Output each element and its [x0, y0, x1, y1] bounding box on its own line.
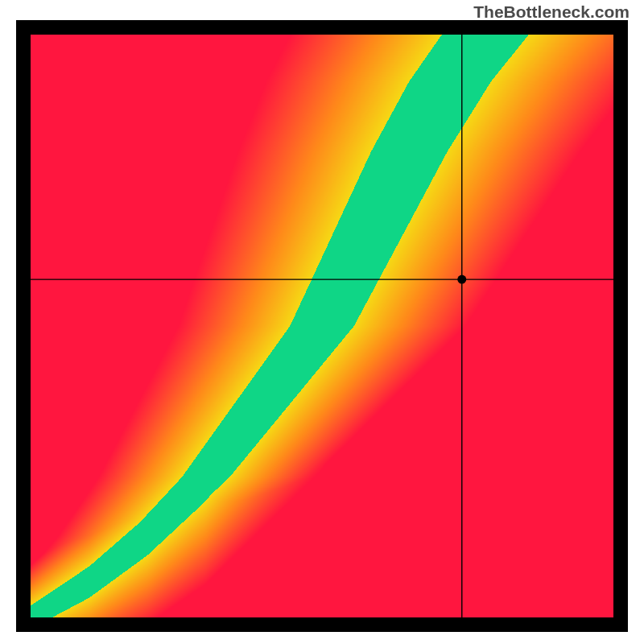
watermark-text: TheBottleneck.com	[473, 2, 630, 22]
heatmap-canvas	[16, 20, 628, 632]
plot-area	[16, 20, 628, 632]
chart-container: TheBottleneck.com	[0, 0, 644, 644]
